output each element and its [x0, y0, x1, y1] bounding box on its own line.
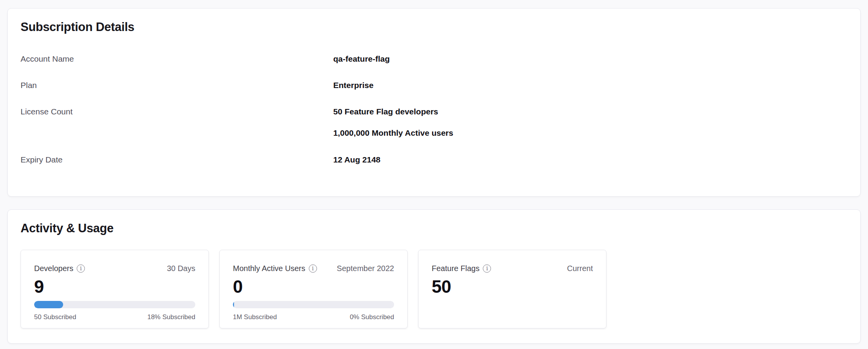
account-name-value: qa-feature-flag	[333, 53, 390, 65]
account-name-row: Account Name qa-feature-flag	[21, 53, 847, 65]
monthly-active-users-subscribed-count: 1M Subscribed	[233, 313, 277, 321]
license-count-label: License Count	[21, 106, 333, 139]
information-icon[interactable]: i	[309, 264, 317, 273]
developers-stat-period: 30 Days	[167, 263, 195, 273]
monthly-active-users-stat-card: Monthly Active Users i September 2022 0 …	[219, 250, 408, 328]
license-count-row: License Count 50 Feature Flag developers…	[21, 106, 847, 139]
developers-stat-value: 9	[34, 276, 195, 297]
developers-stat-title: Developers	[34, 263, 73, 273]
activity-usage-title: Activity & Usage	[21, 210, 847, 236]
license-count-mau-value: 1,000,000 Monthly Active users	[333, 127, 453, 139]
expiry-date-row: Expiry Date 12 Aug 2148	[21, 154, 847, 166]
monthly-active-users-progress-bar	[233, 301, 394, 308]
monthly-active-users-stat-title: Monthly Active Users	[233, 263, 305, 273]
developers-progress-fill	[34, 301, 63, 308]
developers-progress-bar	[34, 301, 195, 308]
expiry-date-value: 12 Aug 2148	[333, 154, 381, 166]
information-icon[interactable]: i	[77, 264, 85, 273]
activity-usage-card: Activity & Usage Developers i 30 Days 9 …	[7, 209, 861, 344]
expiry-date-label: Expiry Date	[21, 154, 333, 166]
monthly-active-users-stat-value: 0	[233, 276, 394, 297]
plan-value: Enterprise	[333, 79, 374, 91]
monthly-active-users-progress-fill	[233, 301, 234, 308]
monthly-active-users-subscribed-percent: 0% Subscribed	[350, 313, 394, 321]
developers-subscribed-percent: 18% Subscribed	[147, 313, 195, 321]
plan-row: Plan Enterprise	[21, 79, 847, 91]
information-icon[interactable]: i	[483, 264, 491, 273]
feature-flags-stat-card: Feature Flags i Current 50	[418, 250, 606, 328]
plan-label: Plan	[21, 79, 333, 91]
account-name-label: Account Name	[21, 53, 333, 65]
subscription-details-card: Subscription Details Account Name qa-fea…	[7, 8, 861, 197]
subscription-details-rows: Account Name qa-feature-flag Plan Enterp…	[21, 53, 847, 166]
feature-flags-stat-title: Feature Flags	[432, 263, 479, 273]
developers-stat-card: Developers i 30 Days 9 50 Subscribed 18%…	[21, 250, 209, 328]
feature-flags-stat-period: Current	[567, 263, 593, 273]
monthly-active-users-stat-period: September 2022	[337, 263, 394, 273]
subscription-details-title: Subscription Details	[21, 9, 847, 35]
developers-subscribed-count: 50 Subscribed	[34, 313, 76, 321]
usage-stat-cards: Developers i 30 Days 9 50 Subscribed 18%…	[21, 250, 847, 328]
license-count-developers-value: 50 Feature Flag developers	[333, 106, 453, 117]
feature-flags-stat-value: 50	[432, 276, 593, 297]
